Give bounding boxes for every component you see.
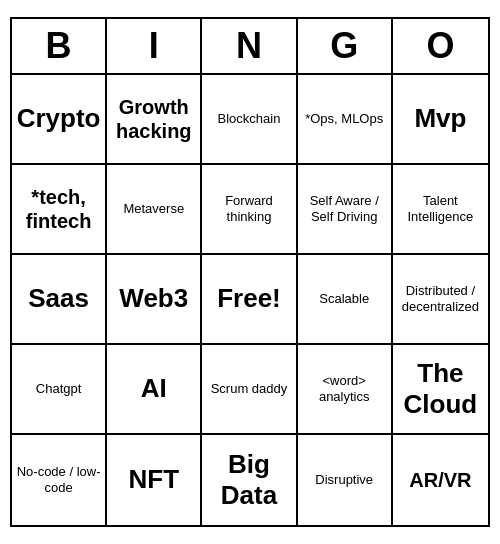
cell-text-4: Mvp [414, 103, 466, 134]
cell-text-19: The Cloud [397, 358, 484, 420]
cell-text-15: Chatgpt [36, 381, 82, 397]
cell-text-16: AI [141, 373, 167, 404]
cell-text-8: Self Aware / Self Driving [302, 193, 387, 224]
cell-text-12: Free! [217, 283, 281, 314]
bingo-cell-17: Scrum daddy [202, 345, 297, 435]
bingo-card: BINGO CryptoGrowth hackingBlockchain*Ops… [10, 17, 490, 527]
bingo-cell-2: Blockchain [202, 75, 297, 165]
bingo-cell-15: Chatgpt [12, 345, 107, 435]
bingo-cell-7: Forward thinking [202, 165, 297, 255]
bingo-cell-8: Self Aware / Self Driving [298, 165, 393, 255]
cell-text-6: Metaverse [123, 201, 184, 217]
bingo-cell-1: Growth hacking [107, 75, 202, 165]
cell-text-0: Crypto [17, 103, 101, 134]
bingo-cell-11: Web3 [107, 255, 202, 345]
header-letter-g: G [298, 19, 393, 73]
bingo-cell-21: NFT [107, 435, 202, 525]
cell-text-2: Blockchain [218, 111, 281, 127]
bingo-header: BINGO [12, 19, 488, 75]
bingo-cell-16: AI [107, 345, 202, 435]
bingo-cell-5: *tech, fintech [12, 165, 107, 255]
cell-text-17: Scrum daddy [211, 381, 288, 397]
cell-text-20: No-code / low-code [16, 464, 101, 495]
cell-text-21: NFT [129, 464, 180, 495]
cell-text-14: Distributed / decentralized [397, 283, 484, 314]
cell-text-9: Talent Intelligence [397, 193, 484, 224]
bingo-cell-19: The Cloud [393, 345, 488, 435]
bingo-cell-4: Mvp [393, 75, 488, 165]
bingo-grid: CryptoGrowth hackingBlockchain*Ops, MLOp… [12, 75, 488, 525]
cell-text-11: Web3 [119, 283, 188, 314]
bingo-cell-9: Talent Intelligence [393, 165, 488, 255]
bingo-cell-3: *Ops, MLOps [298, 75, 393, 165]
header-letter-o: O [393, 19, 488, 73]
cell-text-10: Saas [28, 283, 89, 314]
header-letter-b: B [12, 19, 107, 73]
bingo-cell-23: Disruptive [298, 435, 393, 525]
cell-text-24: AR/VR [409, 468, 471, 492]
bingo-cell-10: Saas [12, 255, 107, 345]
header-letter-n: N [202, 19, 297, 73]
cell-text-7: Forward thinking [206, 193, 291, 224]
cell-text-22: Big Data [206, 449, 291, 511]
bingo-cell-24: AR/VR [393, 435, 488, 525]
bingo-cell-0: Crypto [12, 75, 107, 165]
bingo-cell-6: Metaverse [107, 165, 202, 255]
bingo-cell-13: Scalable [298, 255, 393, 345]
cell-text-3: *Ops, MLOps [305, 111, 383, 127]
cell-text-23: Disruptive [315, 472, 373, 488]
bingo-cell-18: <word> analytics [298, 345, 393, 435]
cell-text-13: Scalable [319, 291, 369, 307]
cell-text-5: *tech, fintech [16, 185, 101, 233]
bingo-cell-20: No-code / low-code [12, 435, 107, 525]
bingo-cell-22: Big Data [202, 435, 297, 525]
header-letter-i: I [107, 19, 202, 73]
cell-text-18: <word> analytics [302, 373, 387, 404]
bingo-cell-12: Free! [202, 255, 297, 345]
bingo-cell-14: Distributed / decentralized [393, 255, 488, 345]
cell-text-1: Growth hacking [111, 95, 196, 143]
